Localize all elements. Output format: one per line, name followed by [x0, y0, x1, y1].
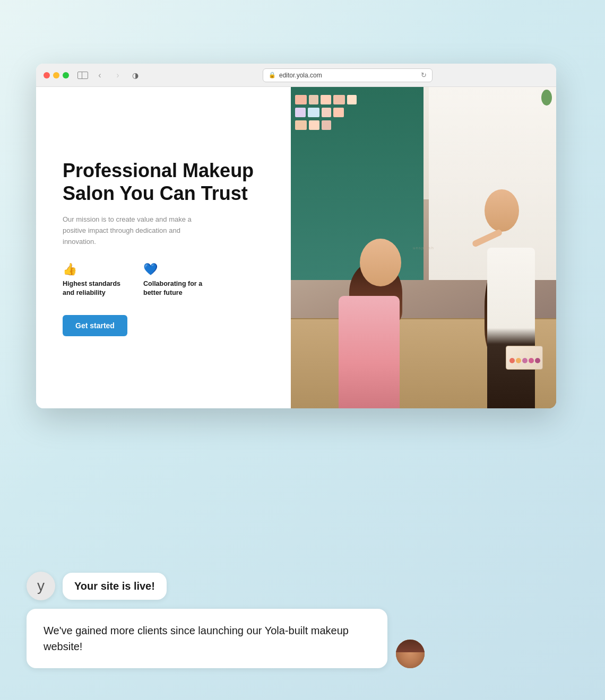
feature-standards-label: Highest standards and reliability: [63, 279, 126, 298]
feature-collaborating-label: Collaborating for a better future: [143, 279, 207, 298]
refresh-icon[interactable]: ↻: [421, 71, 427, 79]
feature-standards: 👍 Highest standards and reliability: [63, 262, 126, 298]
back-button[interactable]: ‹: [93, 69, 106, 82]
site-live-row: y Your site is live!: [27, 572, 578, 600]
url-text: editor.yola.com: [279, 72, 322, 79]
hero-title: Professional Makeup Salon You Can Trust: [63, 159, 264, 205]
close-button[interactable]: [44, 72, 50, 78]
heart-icon: 💙: [143, 262, 207, 276]
hero-left-panel: Professional Makeup Salon You Can Trust …: [36, 87, 291, 408]
features-row: 👍 Highest standards and reliability 💙 Co…: [63, 262, 264, 298]
yola-avatar: y: [27, 572, 55, 600]
brightness-icon: ◑: [129, 69, 141, 81]
address-bar[interactable]: 🔒 editor.yola.com ↻: [263, 68, 433, 82]
hero-right-panel: unsplash: [291, 87, 556, 408]
lock-icon: 🔒: [269, 72, 276, 78]
maximize-button[interactable]: [63, 72, 69, 78]
hero-subtitle: Our mission is to create value and make …: [63, 214, 211, 247]
thumbsup-icon: 👍: [63, 262, 126, 276]
hero-photo: unsplash: [291, 87, 556, 408]
traffic-lights: [44, 72, 69, 78]
address-bar-container: 🔒 editor.yola.com ↻: [146, 68, 549, 82]
minimize-button[interactable]: [53, 72, 59, 78]
site-live-bubble: Your site is live!: [63, 573, 167, 600]
get-started-button[interactable]: Get started: [63, 315, 127, 336]
browser-toolbar: ‹ › ◑ 🔒 editor.yola.com ↻: [36, 64, 556, 87]
user-avatar-face: [396, 640, 425, 668]
feature-collaborating: 💙 Collaborating for a better future: [143, 262, 207, 298]
yola-logo-letter: y: [37, 578, 45, 594]
testimonial-row: We've gained more clients since launchin…: [27, 609, 578, 668]
user-avatar: [396, 640, 425, 668]
chat-section: y Your site is live! We've gained more c…: [27, 572, 578, 668]
browser-content: Professional Makeup Salon You Can Trust …: [36, 87, 556, 408]
browser-window: ‹ › ◑ 🔒 editor.yola.com ↻ Professional M…: [36, 64, 556, 408]
testimonial-bubble: We've gained more clients since launchin…: [27, 609, 387, 668]
forward-button[interactable]: ›: [111, 69, 124, 82]
sidebar-toggle-icon[interactable]: [77, 72, 88, 79]
